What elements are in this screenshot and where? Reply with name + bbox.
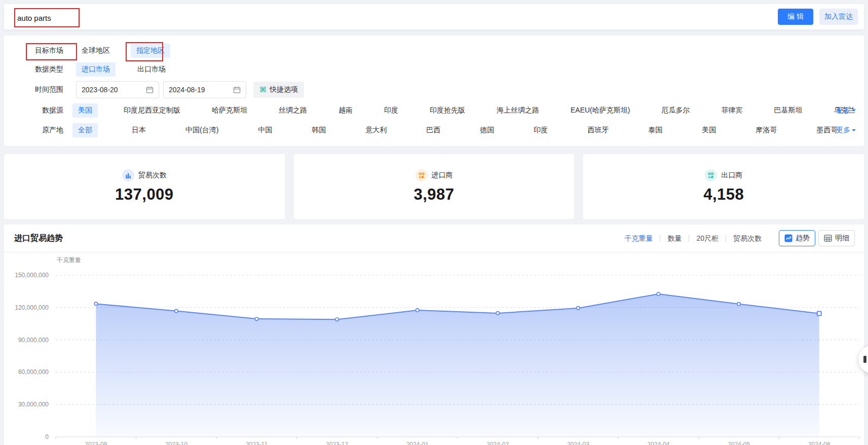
origin-options: 全部 日本 中国(台湾) 中国 韩国 意大利 巴西 德国 印度 西班牙 泰国 — [72, 123, 868, 137]
data-source-options: 美国 印度尼西亚定制版 哈萨克斯坦 丝绸之路 越南 印度 印度抢先版 海上丝绸之… — [72, 103, 860, 118]
data-source-option[interactable]: 厄瓜多尔 — [656, 103, 695, 118]
origin-option[interactable]: 泰国 — [643, 123, 668, 137]
time-range-row: 时间范围 2023-08-20 2024-08-19 ⌘ 快捷选项 — [4, 81, 864, 98]
bar-chart-icon — [122, 169, 134, 181]
calendar-icon — [146, 86, 154, 94]
trend-controls: 千克重量 数量 20尺柜 贸易次数 趋势 明细 — [617, 230, 855, 246]
origin-option[interactable]: 印度 — [528, 123, 553, 137]
origin-option[interactable]: 中国 — [252, 123, 278, 137]
trend-chart-icon — [784, 234, 792, 242]
svg-text:90,000,000: 90,000,000 — [18, 337, 49, 344]
data-source-option[interactable]: 丝绸之路 — [273, 103, 313, 118]
target-market-option[interactable]: 全球地区 — [76, 44, 116, 58]
stat-card-trade-count: 贸易次数 137,009 — [4, 154, 285, 219]
data-source-option[interactable]: EAEU(哈萨克斯坦) — [565, 103, 635, 118]
svg-text:2024-02: 2024-02 — [486, 441, 509, 445]
svg-text:2024-03: 2024-03 — [567, 441, 589, 445]
stat-value: 4,158 — [703, 186, 744, 204]
trend-title: 进口贸易趋势 — [14, 233, 63, 244]
metric-tab[interactable]: 贸易次数 — [726, 235, 769, 242]
metric-tabs: 千克重量 数量 20尺柜 贸易次数 — [617, 235, 769, 242]
metric-tab[interactable]: 千克重量 — [617, 235, 660, 242]
more-label: 更多 — [836, 106, 850, 115]
svg-text:2024-06: 2024-06 — [808, 441, 831, 445]
quick-options-button[interactable]: ⌘ 快捷选项 — [253, 82, 304, 98]
time-range-label: 时间范围 — [4, 85, 63, 94]
data-source-row: 数据源 美国 印度尼西亚定制版 哈萨克斯坦 丝绸之路 越南 印度 印度抢先版 海… — [4, 102, 864, 119]
origin-option[interactable]: 巴西 — [421, 123, 446, 137]
data-type-row: 数据类型 进口市场 出口市场 — [4, 61, 864, 78]
stat-value: 3,987 — [413, 186, 454, 204]
trend-view-button[interactable]: 趋势 — [779, 230, 815, 246]
data-source-option[interactable]: 印度 — [379, 103, 404, 118]
origin-option[interactable]: 西班牙 — [582, 123, 614, 137]
metric-tab[interactable]: 数量 — [660, 235, 689, 242]
data-source-option[interactable]: 美国 — [72, 103, 98, 118]
stat-value: 137,009 — [115, 186, 174, 204]
data-type-option[interactable]: 出口市场 — [132, 62, 171, 77]
origin-option[interactable]: 摩洛哥 — [750, 123, 782, 137]
svg-text:150,000,000: 150,000,000 — [15, 272, 49, 279]
trend-header: 进口贸易趋势 千克重量 数量 20尺柜 贸易次数 趋势 — [4, 225, 864, 252]
stat-label: 贸易次数 — [138, 171, 167, 180]
add-to-radar-button[interactable]: 加入雷达 — [819, 9, 858, 25]
data-source-option[interactable]: 菲律宾 — [715, 103, 748, 118]
target-market-option[interactable]: 指定地区 — [131, 44, 170, 58]
origin-more-link[interactable]: 更多 — [836, 126, 856, 135]
y-axis-title: 千克重量 — [57, 256, 81, 265]
import-trend-section: 进口贸易趋势 千克重量 数量 20尺柜 贸易次数 趋势 — [4, 225, 864, 445]
table-icon — [824, 234, 832, 242]
data-source-label: 数据源 — [4, 106, 63, 115]
search-value: auto parts — [15, 14, 51, 22]
data-source-option[interactable]: 印度尼西亚定制版 — [118, 103, 186, 118]
search-input[interactable]: auto parts — [14, 8, 80, 27]
svg-text:30,000,000: 30,000,000 — [18, 401, 49, 408]
topbar-actions: 编 辑 加入雷达 — [778, 9, 858, 25]
svg-text:120,000,000: 120,000,000 — [15, 304, 49, 311]
quick-options-label: 快捷选项 — [270, 85, 298, 94]
data-source-option[interactable]: 哈萨克斯坦 — [206, 103, 253, 118]
chevron-down-icon — [852, 129, 856, 133]
svg-text:2023-09: 2023-09 — [85, 441, 107, 445]
edit-button[interactable]: 编 辑 — [778, 9, 813, 25]
data-source-option[interactable]: 巴基斯坦 — [768, 103, 808, 118]
data-source-more-link[interactable]: 更多 — [836, 106, 856, 115]
svg-text:0: 0 — [45, 433, 49, 440]
detail-view-button[interactable]: 明细 — [818, 230, 855, 246]
svg-text:2024-05: 2024-05 — [728, 441, 750, 445]
svg-text:60,000,000: 60,000,000 — [18, 368, 49, 376]
origin-option[interactable]: 德国 — [474, 123, 500, 137]
origin-option[interactable]: 韩国 — [306, 123, 331, 137]
exporter-shop-icon — [705, 169, 717, 181]
origin-option[interactable]: 美国 — [696, 123, 722, 137]
chevron-down-icon — [852, 109, 856, 114]
trend-area-chart: 150,000,000120,000,00090,000,00060,000,0… — [4, 225, 864, 445]
start-date-input[interactable]: 2023-08-20 — [76, 81, 159, 98]
origin-option[interactable]: 意大利 — [360, 123, 392, 137]
data-type-options: 进口市场 出口市场 — [76, 62, 171, 77]
data-type-option[interactable]: 进口市场 — [76, 62, 116, 77]
origin-option[interactable]: 日本 — [126, 123, 152, 137]
stat-card-exporters: 出口商 4,158 — [583, 154, 864, 219]
view-toggle: 趋势 明细 — [776, 230, 855, 246]
origin-label: 原产地 — [4, 126, 63, 135]
floating-button-icon — [863, 356, 866, 363]
origin-option[interactable]: 全部 — [72, 123, 98, 137]
target-market-options: 全球地区 指定地区 — [76, 44, 170, 58]
data-type-label: 数据类型 — [4, 65, 63, 74]
stat-label: 进口商 — [432, 171, 453, 180]
stat-cards: 贸易次数 137,009 进口商 3,987 出口商 4,158 — [4, 154, 864, 219]
importer-shop-icon — [416, 169, 428, 181]
origin-row: 原产地 全部 日本 中国(台湾) 中国 韩国 意大利 巴西 德国 印度 西班牙 — [4, 122, 864, 138]
data-source-option[interactable]: 越南 — [333, 103, 358, 118]
svg-text:2024-01: 2024-01 — [406, 441, 429, 445]
more-label: 更多 — [836, 126, 850, 135]
data-source-option[interactable]: 印度抢先版 — [424, 103, 471, 118]
metric-tab[interactable]: 20尺柜 — [689, 235, 726, 242]
command-icon: ⌘ — [259, 85, 267, 94]
stat-card-importers: 进口商 3,987 — [294, 154, 575, 219]
data-source-option[interactable]: 海上丝绸之路 — [491, 103, 545, 118]
origin-option[interactable]: 中国(台湾) — [180, 123, 224, 137]
end-date-input[interactable]: 2024-08-19 — [163, 81, 246, 98]
stat-label: 出口商 — [721, 171, 742, 180]
